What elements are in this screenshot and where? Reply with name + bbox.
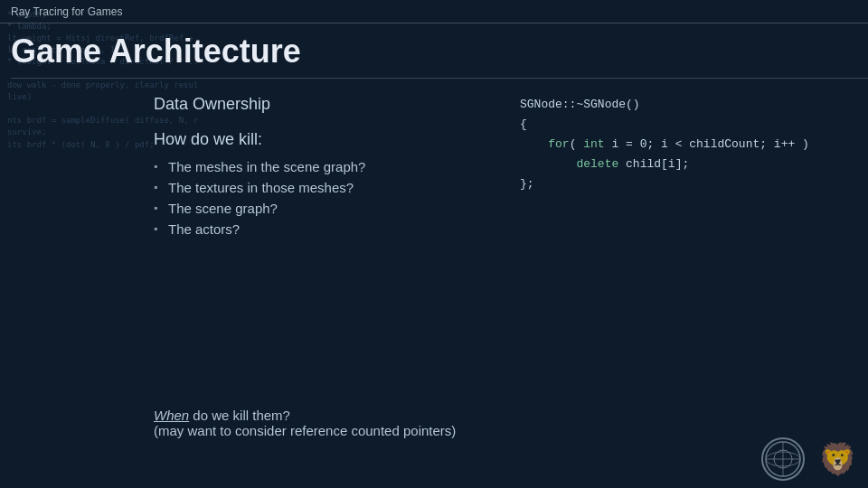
- bullet-list: The meshes in the scene graph? The textu…: [154, 156, 484, 239]
- data-ownership-heading: Data Ownership: [154, 95, 484, 114]
- logo-svg-1: [764, 440, 802, 478]
- lion-svg: 🦁: [814, 436, 857, 482]
- how-do-we-kill-heading: How do we kill:: [154, 130, 484, 149]
- code-line-1: SGNode::~SGNode(): [520, 95, 850, 115]
- top-bar-title: Ray Tracing for Games: [11, 5, 122, 18]
- code-line-5: };: [520, 174, 850, 194]
- when-italic: When: [154, 408, 189, 423]
- code-line-4: delete child[i];: [520, 155, 850, 174]
- bottom-line-2: (may want to consider reference counted …: [154, 423, 850, 438]
- left-section: Data Ownership How do we kill: The meshe…: [154, 95, 484, 239]
- content-area: Data Ownership How do we kill: The meshe…: [154, 95, 850, 434]
- logo-circle-1: [761, 437, 805, 481]
- code-line-3: for( int i = 0; i < childCount; i++ ): [520, 135, 850, 155]
- list-item: The meshes in the scene graph?: [154, 156, 484, 177]
- bottom-line-1: When do we kill them?: [154, 408, 850, 423]
- logo-animal-1: 🦁: [814, 437, 857, 481]
- bottom-text: When do we kill them? (may want to consi…: [154, 408, 850, 438]
- page-title: Game Architecture: [11, 27, 868, 79]
- top-bar: Ray Tracing for Games: [0, 0, 868, 23]
- do-we-kill: do we kill them?: [189, 408, 290, 423]
- list-item: The textures in those meshes?: [154, 177, 484, 198]
- right-section: SGNode::~SGNode() { for( int i = 0; i < …: [520, 95, 850, 239]
- svg-text:🦁: 🦁: [818, 440, 857, 478]
- bottom-logos: 🦁: [761, 437, 857, 481]
- code-line-2: {: [520, 115, 850, 135]
- code-block: SGNode::~SGNode() { for( int i = 0; i < …: [520, 95, 850, 194]
- two-column-layout: Data Ownership How do we kill: The meshe…: [154, 95, 850, 239]
- list-item: The scene graph?: [154, 198, 484, 219]
- list-item: The actors?: [154, 219, 484, 239]
